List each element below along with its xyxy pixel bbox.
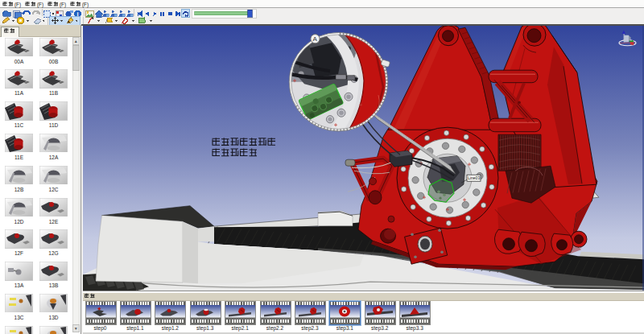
svg-text:A: A (313, 35, 318, 43)
svg-text:Line03: Line03 (468, 175, 480, 180)
